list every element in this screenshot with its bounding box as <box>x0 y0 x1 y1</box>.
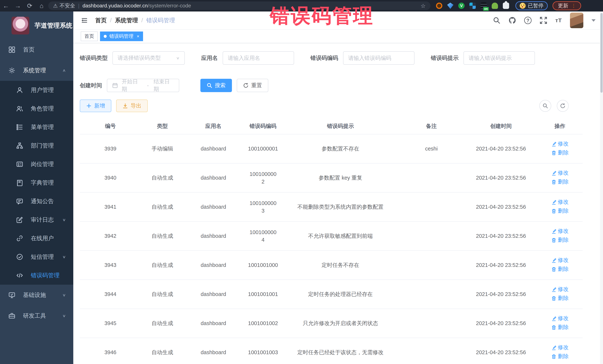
delete-link[interactable]: 删除 <box>551 265 569 273</box>
sidebar-item-角色管理[interactable]: 角色管理 <box>0 99 73 118</box>
cell-type: 自动生成 <box>141 221 184 251</box>
sidebar-item-在线用户[interactable]: 在线用户 <box>0 229 73 248</box>
cell-actions: 修改删除 <box>537 338 583 364</box>
sidebar-item-菜单管理[interactable]: 菜单管理 <box>0 118 73 136</box>
sidebar-item-通知公告[interactable]: 通知公告 <box>0 192 73 210</box>
delete-link[interactable]: 删除 <box>551 207 569 215</box>
tab-错误码管理[interactable]: 错误码管理× <box>100 32 143 41</box>
error-hint-input[interactable] <box>469 55 530 61</box>
extension-icon-green[interactable]: V <box>458 3 464 9</box>
edit-link[interactable]: 修改 <box>551 227 569 235</box>
cell-created: 2021-04-20 23:52:56 <box>465 338 537 364</box>
pencil-icon <box>551 345 557 350</box>
forward-icon[interactable]: → <box>12 2 24 10</box>
home-icon[interactable]: ⌂ <box>36 2 47 10</box>
app-logo-row[interactable]: 芋道管理系统 <box>0 11 73 39</box>
sidebar-item-岗位管理[interactable]: 岗位管理 <box>0 155 73 174</box>
profile-paused-chip[interactable]: 已暂停 <box>515 1 548 10</box>
sidebar-item-研发工具[interactable]: 研发工具∨ <box>0 305 73 326</box>
url-host: dashboard.yudao.iocoder.cn <box>82 3 148 9</box>
reset-button[interactable]: 重置 <box>237 79 268 92</box>
search-icon <box>543 103 548 109</box>
search-button[interactable]: 搜索 <box>200 79 232 92</box>
sidebar-item-系统管理[interactable]: 系统管理∧ <box>0 60 73 81</box>
column-header-类型: 类型 <box>141 118 184 134</box>
export-button[interactable]: 导出 <box>116 99 148 112</box>
font-size-icon[interactable]: тT <box>555 17 562 23</box>
trash-icon <box>551 295 557 301</box>
breadcrumb-system[interactable]: 系统管理 <box>115 16 138 24</box>
scrollbar[interactable] <box>600 11 603 364</box>
sidebar-item-label: 系统管理 <box>23 66 46 74</box>
tab-首页[interactable]: 首页 <box>81 32 98 41</box>
edit-link[interactable]: 修改 <box>551 344 569 351</box>
sidebar-collapse-icon[interactable] <box>81 17 88 23</box>
extension-icon-key[interactable] <box>492 3 498 9</box>
scrollbar-thumb[interactable] <box>600 13 603 93</box>
fullscreen-icon[interactable] <box>540 17 547 24</box>
back-icon[interactable]: ← <box>0 2 12 10</box>
sidebar-item-错误码管理[interactable]: 错误码管理 <box>0 266 73 285</box>
avatar-caret-icon[interactable] <box>591 19 596 22</box>
delete-link[interactable]: 删除 <box>551 178 569 186</box>
close-icon[interactable]: × <box>137 34 139 39</box>
chevron-up-icon: ∧ <box>62 68 66 73</box>
extensions-puzzle-icon[interactable] <box>503 3 509 9</box>
user-avatar[interactable] <box>570 13 583 28</box>
end-date-placeholder: 结束日期 <box>154 78 174 93</box>
download-icon <box>122 103 128 109</box>
browser-update-button[interactable]: 更新 ⋮ <box>553 1 581 10</box>
github-icon[interactable] <box>509 17 516 24</box>
date-range-picker[interactable]: 开始日期 - 结束日期 <box>107 79 179 92</box>
user-icon <box>16 87 23 93</box>
edit-link[interactable]: 修改 <box>551 169 569 177</box>
header-search-icon[interactable] <box>493 17 500 24</box>
chevron-down-icon: ∨ <box>62 314 66 318</box>
address-bar[interactable]: ⚠ 不安全 | dashboard.yudao.iocoder.cn /syst… <box>48 1 430 10</box>
app-name-input[interactable] <box>228 55 289 61</box>
edit-link[interactable]: 修改 <box>551 140 569 147</box>
delete-link[interactable]: 删除 <box>551 353 569 360</box>
extension-icon-gem[interactable] <box>447 3 453 9</box>
cell-type: 自动生成 <box>141 309 184 338</box>
url-path: /system/error-code <box>148 3 191 9</box>
edit-link[interactable]: 修改 <box>551 198 569 206</box>
help-icon[interactable]: ? <box>524 17 532 24</box>
error-type-select[interactable]: 请选择错误码类型 ∨ <box>112 51 185 65</box>
sidebar-item-短信管理[interactable]: 短信管理∨ <box>0 248 73 266</box>
cell-type: 自动生成 <box>141 192 184 221</box>
delete-link[interactable]: 删除 <box>551 149 569 156</box>
table-body: 3939手动编辑dashboard1001000001参数配置不存在ceshi2… <box>80 134 583 364</box>
edit-link[interactable]: 修改 <box>551 256 569 264</box>
reload-icon[interactable]: ⟳ <box>24 2 36 10</box>
extension-icon-switch[interactable]: on <box>481 3 487 9</box>
add-button[interactable]: 新增 <box>80 99 111 112</box>
cell-app: dashboard <box>184 163 243 192</box>
show-search-button[interactable] <box>539 100 551 112</box>
sidebar-item-部门管理[interactable]: 部门管理 <box>0 136 73 155</box>
sidebar-item-审计日志[interactable]: 审计日志∨ <box>0 210 73 229</box>
cell-created: 2021-04-20 23:52:56 <box>465 280 537 309</box>
cell-actions: 修改删除 <box>537 251 583 280</box>
edit-link[interactable]: 修改 <box>551 315 569 322</box>
extension-icon-orange[interactable] <box>436 3 442 9</box>
sidebar-item-基础设施[interactable]: 基础设施∨ <box>0 285 73 305</box>
bookmark-star-icon[interactable]: ☆ <box>421 3 426 9</box>
delete-link[interactable]: 删除 <box>551 294 569 302</box>
sidebar: 芋道管理系统 首页系统管理∧用户管理角色管理菜单管理部门管理岗位管理字典管理通知… <box>0 11 73 364</box>
delete-link[interactable]: 删除 <box>551 236 569 244</box>
edit-link[interactable]: 修改 <box>551 286 569 293</box>
chevron-down-icon: ∨ <box>62 218 66 222</box>
extension-icon-grid[interactable] <box>469 3 476 9</box>
sidebar-item-字典管理[interactable]: 字典管理 <box>0 174 73 192</box>
sidebar-item-用户管理[interactable]: 用户管理 <box>0 81 73 99</box>
cell-hint: 不允许获取敏感配置到前端 <box>283 221 398 251</box>
sidebar-item-首页[interactable]: 首页 <box>0 39 73 60</box>
cell-remark <box>398 192 465 221</box>
breadcrumb-home[interactable]: 首页 <box>95 16 107 24</box>
delete-link[interactable]: 删除 <box>551 323 569 331</box>
refresh-table-button[interactable] <box>557 100 569 112</box>
cell-remark <box>398 251 465 280</box>
error-code-input[interactable] <box>348 55 409 61</box>
cell-type: 自动生成 <box>141 338 184 364</box>
